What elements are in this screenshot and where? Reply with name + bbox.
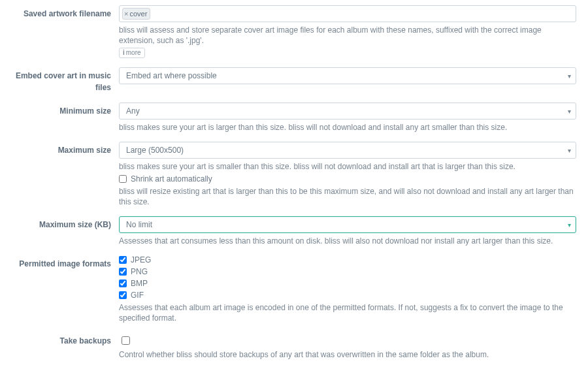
help-formats: Assesses that each album art image is en…	[119, 302, 576, 323]
format-row-gif: GIF	[119, 291, 576, 300]
row-max-kb: Maximum size (KB) No limit Assesses that…	[12, 216, 576, 246]
format-checkbox-png[interactable]	[119, 268, 127, 276]
format-row-png: PNG	[119, 267, 576, 276]
label-backups: Take backups	[12, 332, 119, 347]
close-icon[interactable]: ×	[124, 10, 128, 18]
backups-checkbox[interactable]	[122, 336, 130, 345]
more-label: more	[126, 49, 141, 56]
info-icon: i	[123, 49, 125, 56]
min-size-select[interactable]: Any	[119, 103, 576, 120]
help-shrink: bliss will resize existing art that is l…	[119, 186, 576, 207]
filename-token[interactable]: × cover	[122, 8, 150, 20]
shrink-checkbox[interactable]	[119, 175, 127, 183]
format-label-gif: GIF	[131, 291, 144, 300]
max-size-select[interactable]: Large (500x500)	[119, 142, 576, 159]
help-max-size: bliss makes sure your art is smaller tha…	[119, 161, 576, 172]
more-button[interactable]: imore	[119, 48, 145, 58]
row-formats: Permitted image formats JPEG PNG BMP GIF…	[12, 255, 576, 323]
help-max-kb: Assesses that art consumes less than thi…	[119, 236, 576, 246]
max-size-select-wrap: Large (500x500)	[119, 142, 576, 159]
label-max-size: Maximum size	[12, 142, 119, 156]
format-label-jpeg: JPEG	[131, 255, 151, 264]
label-max-kb: Maximum size (KB)	[12, 216, 119, 231]
help-backups: Control whether bliss should store backu…	[119, 349, 576, 360]
backups-chk-wrap	[119, 332, 576, 347]
embed-select-wrap: Embed art where possible	[119, 67, 576, 84]
format-checkbox-gif[interactable]	[119, 291, 127, 299]
row-saved-filename: Saved artwork filename × cover bliss wil…	[12, 5, 576, 58]
min-size-select-wrap: Any	[119, 103, 576, 120]
format-label-bmp: BMP	[131, 279, 148, 288]
format-label-png: PNG	[131, 267, 148, 276]
label-embed: Embed cover art in music files	[12, 67, 119, 93]
filename-token-text: cover	[129, 10, 147, 18]
shrink-label: Shrink art automatically	[131, 174, 212, 184]
row-backups: Take backups Control whether bliss shoul…	[12, 332, 576, 360]
row-min-size: Minimum size Any bliss makes sure your a…	[12, 103, 576, 133]
format-row-jpeg: JPEG	[119, 255, 576, 264]
label-saved-filename: Saved artwork filename	[12, 5, 119, 20]
format-row-bmp: BMP	[119, 279, 576, 288]
embed-select[interactable]: Embed art where possible	[119, 67, 576, 84]
help-min-size: bliss makes sure your art is larger than…	[119, 122, 576, 133]
label-min-size: Minimum size	[12, 103, 119, 117]
format-checkbox-jpeg[interactable]	[119, 256, 127, 264]
max-kb-select[interactable]: No limit	[119, 216, 576, 233]
label-formats: Permitted image formats	[12, 255, 119, 270]
cover-art-settings-form: Saved artwork filename × cover bliss wil…	[0, 0, 588, 367]
help-saved-filename: bliss will assess and store separate cov…	[119, 25, 576, 46]
row-embed: Embed cover art in music files Embed art…	[12, 67, 576, 93]
max-kb-select-wrap: No limit	[119, 216, 576, 233]
row-max-size: Maximum size Large (500x500) bliss makes…	[12, 142, 576, 207]
format-checkbox-bmp[interactable]	[119, 279, 127, 287]
saved-filename-input[interactable]: × cover	[119, 5, 576, 22]
shrink-row: Shrink art automatically	[119, 174, 576, 184]
